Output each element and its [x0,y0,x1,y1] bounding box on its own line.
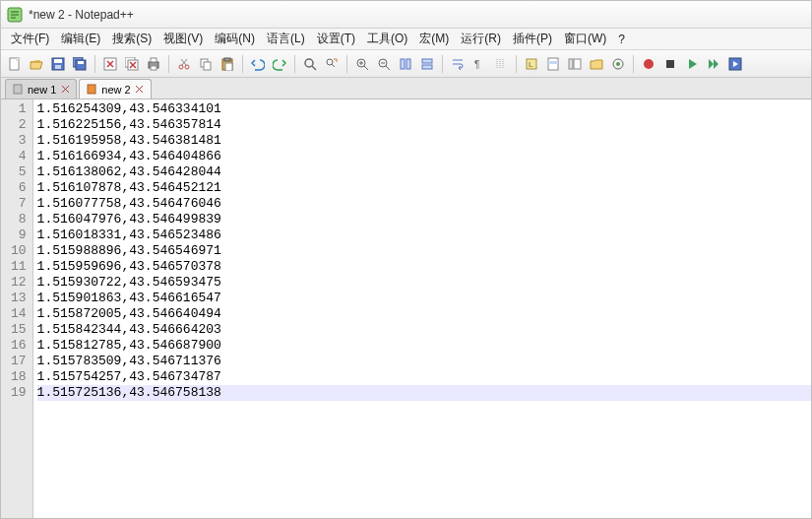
open-file-button[interactable] [27,54,46,74]
text-line[interactable]: 1.516077758,43.546476046 [37,196,811,212]
zoom-in-button[interactable] [352,54,372,74]
text-line[interactable]: 1.515959696,43.546570378 [37,259,811,275]
macro-play-multi-button[interactable] [704,54,723,74]
show-all-chars-button[interactable]: ¶ [469,54,489,74]
indent-guide-button[interactable] [491,54,511,74]
line-number: 4 [11,149,27,164]
undo-button[interactable] [248,54,268,74]
new-file-button[interactable] [5,54,25,74]
close-icon[interactable] [135,85,145,95]
menu-window[interactable]: 窗口(W) [558,29,612,49]
zoom-out-button[interactable] [374,54,394,74]
svg-point-15 [179,65,183,69]
user-lang-button[interactable]: L [522,54,541,74]
tab-new-2[interactable]: new 2 [79,79,151,98]
menu-search[interactable]: 搜索(S) [106,29,157,49]
svg-rect-29 [422,65,432,69]
line-number: 11 [11,259,27,275]
text-line[interactable]: 1.515901863,43.546616547 [37,291,811,306]
line-number: 14 [11,306,27,322]
svg-rect-28 [422,59,432,63]
menu-settings[interactable]: 设置(T) [311,29,361,49]
menu-file[interactable]: 文件(F) [5,29,55,49]
file-icon [12,84,24,96]
folder-workspace-button[interactable] [587,54,606,74]
line-number: 9 [11,227,27,243]
text-line[interactable]: 1.516254309,43.546334101 [37,101,811,117]
text-line[interactable]: 1.515930722,43.546593475 [37,275,811,291]
svg-rect-21 [225,63,232,71]
svg-point-22 [305,59,313,67]
menu-tools[interactable]: 工具(O) [361,29,413,49]
copy-button[interactable] [196,54,216,74]
editor[interactable]: 1 2 3 4 5 6 7 8 9 10 11 12 13 14 15 16 1… [1,99,811,518]
close-all-button[interactable] [122,54,142,74]
text-line[interactable]: 1.516225156,43.546357814 [37,117,811,133]
text-line[interactable]: 1.515988896,43.546546971 [37,243,811,259]
line-number: 10 [11,243,27,259]
line-number: 7 [11,196,27,212]
svg-rect-18 [204,62,211,70]
app-icon [7,7,23,23]
titlebar: *new 2 - Notepad++ [1,1,811,29]
redo-button[interactable] [270,54,289,74]
text-line[interactable]: 1.515842344,43.546664203 [37,322,811,338]
close-icon[interactable] [60,85,70,95]
text-line[interactable]: 1.516107878,43.546452121 [37,180,811,196]
function-list-button[interactable] [565,54,585,74]
text-line[interactable]: 1.516166934,43.546404866 [37,149,811,164]
menu-run[interactable]: 运行(R) [455,29,507,49]
text-line[interactable]: 1.515872005,43.546640494 [37,306,811,322]
line-number: 12 [11,275,27,291]
editor-content[interactable]: 1.516254309,43.546334101 1.516225156,43.… [33,99,811,518]
svg-rect-20 [224,58,230,61]
line-number: 5 [11,164,27,180]
print-button[interactable] [144,54,163,74]
macro-play-button[interactable] [682,54,702,74]
wordwrap-button[interactable] [448,54,468,74]
menu-help[interactable]: ? [612,31,631,48]
find-button[interactable] [300,54,320,74]
menu-encoding[interactable]: 编码(N) [209,29,261,49]
monitoring-button[interactable] [608,54,628,74]
close-button[interactable] [100,54,120,74]
text-line[interactable]: 1.515754257,43.546734787 [37,369,811,385]
toolbar-separator [94,55,95,73]
sync-v-button[interactable] [396,54,415,74]
text-line[interactable]: 1.515725136,43.546758138 [37,385,811,401]
text-line[interactable]: 1.516195958,43.546381481 [37,133,811,149]
text-line[interactable]: 1.515812785,43.546687900 [37,338,811,354]
macro-record-button[interactable] [639,54,658,74]
sync-h-button[interactable] [417,54,437,74]
svg-rect-5 [55,65,61,69]
svg-rect-36 [574,59,581,69]
text-line[interactable]: 1.516047976,43.546499839 [37,212,811,227]
macro-save-button[interactable] [725,54,745,74]
macro-stop-button[interactable] [660,54,680,74]
line-number: 3 [11,133,27,149]
menu-view[interactable]: 视图(V) [157,29,209,49]
svg-rect-14 [151,66,156,70]
tab-new-1[interactable]: new 1 [5,79,77,98]
save-button[interactable] [48,54,68,74]
menu-plugins[interactable]: 插件(P) [507,29,558,49]
replace-button[interactable] [322,54,342,74]
svg-text:L: L [529,60,533,69]
svg-rect-34 [548,61,558,64]
menu-language[interactable]: 语言(L) [261,29,311,49]
save-all-button[interactable] [70,54,90,74]
toolbar-separator [346,55,347,73]
toolbar-separator [168,55,169,73]
paste-button[interactable] [218,54,237,74]
svg-rect-35 [569,59,573,69]
text-line[interactable]: 1.516138062,43.546428044 [37,164,811,180]
line-number: 15 [11,322,27,338]
text-line[interactable]: 1.515783509,43.546711376 [37,354,811,369]
file-modified-icon [86,84,97,96]
menu-edit[interactable]: 编辑(E) [55,29,106,49]
doc-map-button[interactable] [543,54,563,74]
svg-rect-42 [14,85,22,94]
text-line[interactable]: 1.516018331,43.546523486 [37,227,811,243]
cut-button[interactable] [174,54,194,74]
menu-macro[interactable]: 宏(M) [413,29,455,49]
